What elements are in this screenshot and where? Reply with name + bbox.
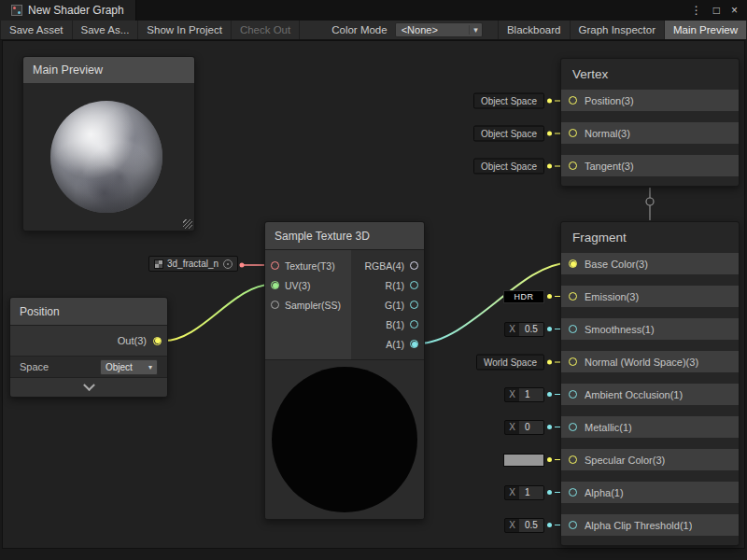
alpha-value[interactable]: 1 (519, 486, 543, 499)
texture-asset-field[interactable]: 3d_fractal_n (148, 256, 238, 272)
port-dot (547, 359, 552, 364)
space-dropdown[interactable]: Object ▾ (100, 359, 158, 375)
object-picker-icon[interactable] (223, 259, 233, 269)
normal-ws-space-dropdown[interactable]: World Space (476, 354, 544, 370)
x-prefix-label: X (505, 324, 519, 334)
port-dot (547, 392, 552, 397)
texture-edge-dot (240, 263, 245, 268)
output-row-b: B(1) (351, 315, 424, 334)
uv-input-label: UV(3) (285, 280, 310, 291)
node-preview-area (265, 359, 424, 519)
sample-texture-3d-title[interactable]: Sample Texture 3D (265, 222, 424, 250)
specular-color-port[interactable] (569, 455, 577, 464)
specular-color-swatch[interactable] (503, 454, 544, 467)
vertex-title: Vertex (561, 59, 739, 90)
position-out-label: Out(3) (118, 335, 147, 346)
rgba-output-label: RGBA(4) (364, 260, 404, 272)
vertex-row-tangent: Object Space Tangent(3) (561, 155, 739, 176)
position-space-row: Space Object ▾ (10, 356, 167, 378)
vertex-normal-label: Normal(3) (585, 128, 630, 139)
main-preview-panel[interactable]: Main Preview (22, 56, 195, 231)
alpha-float-field[interactable]: X 1 (504, 485, 544, 500)
chevron-down-icon: ▾ (148, 363, 152, 371)
vertex-tangent-port[interactable] (569, 161, 577, 170)
metallic-value[interactable]: 0 (519, 421, 543, 434)
texture-asset-name: 3d_fractal_n (167, 259, 218, 269)
vertex-position-label: Position(3) (585, 95, 634, 106)
normal-space-dropdown[interactable]: Object Space (473, 125, 544, 141)
a-output-label: A(1) (386, 339, 404, 350)
uv-input-port[interactable] (271, 281, 279, 289)
fragment-context-node[interactable]: Fragment Base Color(3) HDR Emission(3) X (560, 221, 740, 546)
position-node-title[interactable]: Position (10, 298, 167, 326)
g-output-port[interactable] (410, 301, 418, 309)
texture-thumbnail-icon (154, 259, 163, 269)
collapse-row[interactable] (10, 378, 167, 397)
vertex-context-node[interactable]: Vertex Object Space Position(3) Object S… (560, 58, 740, 187)
texture-input-port[interactable] (271, 261, 279, 270)
g-output-label: G(1) (385, 300, 404, 311)
alpha-clip-port[interactable] (569, 521, 577, 529)
smoothness-port[interactable] (569, 325, 577, 333)
node-preview-sphere (272, 367, 417, 512)
resize-grip-icon[interactable] (183, 219, 192, 229)
port-dot (547, 457, 552, 462)
fragment-row-emission: HDR Emission(3) (561, 286, 739, 307)
texture-input-label: Texture(T3) (285, 260, 335, 272)
ambient-occlusion-value[interactable]: 1 (519, 388, 543, 401)
vertex-fragment-connector-dot[interactable] (646, 198, 654, 205)
vertex-position-port[interactable] (569, 96, 577, 105)
ambient-occlusion-port[interactable] (569, 390, 577, 399)
input-row-sampler: Sampler(SS) (265, 295, 351, 315)
port-dot (547, 490, 552, 495)
ambient-occlusion-label: Ambient Occlusion(1) (585, 389, 683, 400)
position-space-dropdown[interactable]: Object Space (473, 92, 544, 108)
alpha-clip-value[interactable]: 0.5 (519, 519, 543, 532)
emission-hdr-color-field[interactable]: HDR (503, 290, 544, 303)
input-row-texture: Texture(T3) (265, 256, 351, 275)
ambient-occlusion-float-field[interactable]: X 1 (504, 387, 544, 402)
fragment-title: Fragment (561, 222, 739, 253)
x-prefix-label: X (505, 422, 519, 432)
alpha-clip-float-field[interactable]: X 0.5 (504, 518, 544, 533)
sampler-input-port[interactable] (271, 301, 279, 309)
alpha-port[interactable] (569, 488, 577, 497)
edge-position-out-to-uv[interactable] (164, 285, 271, 341)
r-output-label: R(1) (386, 280, 404, 291)
metallic-label: Metallic(1) (585, 422, 632, 433)
position-out-port[interactable] (153, 337, 162, 345)
position-node[interactable]: Position Out(3) Space Object ▾ (9, 297, 168, 398)
space-label: Space (20, 361, 49, 372)
fragment-row-alpha: X 1 Alpha(1) (561, 482, 739, 503)
alpha-clip-label: Alpha Clip Threshold(1) (585, 520, 692, 531)
port-dot (547, 523, 552, 527)
base-color-port[interactable] (569, 259, 577, 268)
a-output-port[interactable] (410, 340, 418, 348)
x-prefix-label: X (505, 487, 519, 497)
port-dot (547, 163, 552, 168)
vertex-normal-port[interactable] (569, 129, 577, 137)
emission-port[interactable] (569, 292, 577, 301)
rgba-output-port[interactable] (410, 261, 418, 270)
b-output-port[interactable] (410, 320, 418, 329)
normal-ws-port[interactable] (569, 357, 577, 366)
metallic-float-field[interactable]: X 0 (504, 420, 544, 435)
output-row-r: R(1) (351, 275, 424, 295)
tangent-space-dropdown[interactable]: Object Space (473, 158, 544, 174)
unity-shader-graph-window: New Shader Graph ⋮ □ × Save Asset Save A… (0, 0, 747, 560)
normal-ws-label: Normal (World Space)(3) (585, 357, 698, 368)
port-dot (547, 425, 552, 429)
x-prefix-label: X (505, 520, 519, 530)
output-row-rgba: RGBA(4) (351, 256, 424, 275)
port-dot (547, 98, 552, 103)
main-preview-title[interactable]: Main Preview (23, 57, 194, 83)
sampler-input-label: Sampler(SS) (285, 300, 341, 311)
r-output-port[interactable] (410, 281, 418, 289)
metallic-port[interactable] (569, 423, 577, 431)
fragment-row-smoothness: X 0.5 Smoothness(1) (561, 318, 739, 340)
smoothness-value[interactable]: 0.5 (519, 323, 543, 336)
input-ports-column: Texture(T3) UV(3) Sampler(SS) (265, 250, 351, 359)
output-row-a: A(1) (351, 334, 424, 354)
sample-texture-3d-node[interactable]: Sample Texture 3D Texture(T3) UV(3) Samp… (264, 221, 425, 520)
smoothness-float-field[interactable]: X 0.5 (504, 322, 544, 337)
